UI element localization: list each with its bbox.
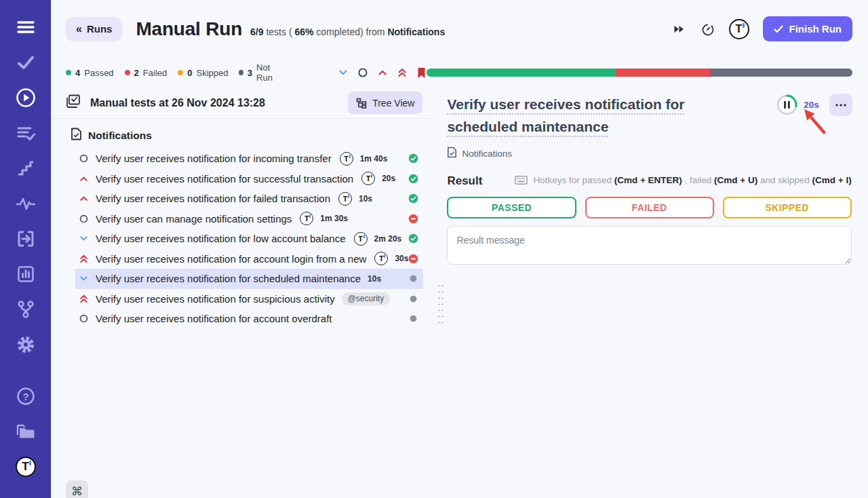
testomat-logo-icon: T bbox=[340, 152, 353, 166]
status-dot-icon bbox=[239, 70, 243, 75]
testomat-logo-icon: T bbox=[338, 192, 352, 206]
count-skipped[interactable]: 0Skipped bbox=[178, 68, 228, 78]
status-failed-icon bbox=[408, 214, 418, 224]
result-counts: 4Passed2Failed0Skipped3Not Run bbox=[66, 62, 282, 83]
test-row[interactable]: Verify user receives notification for ac… bbox=[75, 309, 423, 329]
command-palette-button[interactable]: ⌘ bbox=[66, 480, 88, 498]
page-title: Manual Run bbox=[136, 18, 242, 40]
branch-icon[interactable] bbox=[16, 299, 36, 320]
progress-segment-failed bbox=[616, 69, 711, 77]
test-row[interactable]: Verify user receives notification for ac… bbox=[75, 249, 423, 269]
test-detail-title[interactable]: Verify user receives notification for sc… bbox=[447, 93, 696, 138]
mark-passed-button[interactable]: PASSED bbox=[447, 197, 576, 218]
import-icon[interactable] bbox=[16, 229, 36, 249]
status-dot-icon bbox=[66, 70, 71, 75]
progress-segment-passed bbox=[427, 69, 616, 77]
mark-skipped-button[interactable]: SKIPPED bbox=[723, 197, 852, 218]
timer-icon[interactable] bbox=[699, 21, 715, 37]
tag-badge[interactable]: @security bbox=[342, 292, 391, 305]
status-dot-icon bbox=[125, 70, 130, 75]
tree-view-button[interactable]: Tree View bbox=[348, 92, 422, 114]
test-row[interactable]: Verify user receives notification for su… bbox=[75, 289, 423, 309]
file-icon bbox=[447, 147, 457, 160]
suite-group-header[interactable]: Notifications bbox=[71, 128, 436, 143]
status-notrun-icon bbox=[408, 273, 418, 284]
status-failed-icon bbox=[408, 254, 418, 264]
filter-priority-important-icon[interactable] bbox=[397, 67, 408, 78]
count-failed[interactable]: 2Failed bbox=[125, 68, 167, 78]
test-title: Verify user receives notification for ac… bbox=[96, 253, 366, 265]
test-row[interactable]: Verify user receives notification for in… bbox=[75, 149, 423, 169]
hotkeys-text: Hotkeys for passed (Cmd + ENTER) , faile… bbox=[533, 175, 851, 185]
test-title: Verify user receives notification for su… bbox=[96, 293, 335, 305]
progress-segment-notrun bbox=[710, 69, 852, 77]
duration-label: 1m 40s bbox=[360, 154, 388, 164]
test-list-panel: Manual tests at 26 Nov 2024 13:28 Tree V… bbox=[51, 88, 436, 498]
filter-bookmark-icon[interactable] bbox=[416, 67, 427, 79]
analytics-icon[interactable] bbox=[16, 264, 36, 284]
run-progress-bar bbox=[427, 69, 852, 77]
duration-label: 1m 30s bbox=[320, 214, 348, 223]
run-source-title: Manual tests at 26 Nov 2024 13:28 bbox=[90, 97, 265, 109]
breadcrumb[interactable]: Notifications bbox=[447, 147, 851, 160]
status-passed-icon bbox=[408, 153, 418, 164]
filter-priority-high-icon[interactable] bbox=[377, 67, 388, 78]
check-icon[interactable] bbox=[16, 52, 36, 73]
priority-high-icon bbox=[78, 193, 89, 204]
priority-normal-icon bbox=[78, 313, 89, 324]
app-logo-icon[interactable]: T bbox=[16, 457, 36, 477]
result-message-input[interactable] bbox=[447, 226, 851, 265]
pause-timer-button[interactable] bbox=[776, 94, 797, 115]
run-progress-subtitle: 6/9 tests ( 66% completed) from Notifica… bbox=[250, 26, 445, 37]
checklist-icon bbox=[66, 94, 81, 111]
testomat-logo-icon[interactable]: T bbox=[729, 19, 749, 39]
filter-priority-normal-icon[interactable] bbox=[357, 67, 368, 78]
test-title: Verify user receives notification for su… bbox=[96, 173, 353, 185]
tree-view-label: Tree View bbox=[372, 98, 414, 109]
priority-low-icon bbox=[78, 233, 89, 244]
testomat-logo-icon: T bbox=[354, 232, 368, 246]
test-row[interactable]: Verify user receives notification for fa… bbox=[75, 189, 423, 209]
elapsed-time-label: 20s bbox=[804, 100, 819, 110]
priority-important-icon bbox=[78, 294, 89, 304]
priority-high-icon bbox=[78, 174, 89, 184]
fast-forward-icon[interactable] bbox=[672, 23, 686, 35]
activity-icon[interactable] bbox=[16, 193, 36, 214]
testomat-logo-icon: T bbox=[300, 212, 313, 225]
topbar-actions: T Finish Run bbox=[672, 16, 853, 41]
keyboard-icon bbox=[515, 176, 528, 185]
test-list: Verify user receives notification for in… bbox=[51, 149, 436, 329]
duration-label: 10s bbox=[359, 194, 372, 204]
check-icon bbox=[774, 25, 783, 33]
back-to-runs-button[interactable]: « Runs bbox=[66, 17, 122, 41]
projects-folder-icon[interactable] bbox=[16, 421, 36, 442]
breadcrumb-label: Notifications bbox=[462, 149, 512, 159]
chevrons-left-icon: « bbox=[76, 23, 82, 35]
settings-gear-icon[interactable] bbox=[16, 334, 36, 355]
count-passed[interactable]: 4Passed bbox=[66, 68, 114, 78]
back-to-runs-label: Runs bbox=[87, 23, 113, 35]
test-plans-icon[interactable] bbox=[16, 123, 36, 143]
status-dot-icon bbox=[178, 70, 183, 75]
more-options-button[interactable] bbox=[829, 94, 852, 116]
tree-icon bbox=[356, 98, 367, 109]
priority-normal-icon bbox=[78, 153, 89, 164]
finish-run-button[interactable]: Finish Run bbox=[763, 16, 853, 41]
runs-play-icon[interactable] bbox=[16, 88, 36, 108]
duration-label: 2m 20s bbox=[374, 234, 402, 244]
test-row[interactable]: Verify user receives notification for lo… bbox=[75, 229, 423, 249]
test-title: Verify user receives notification for in… bbox=[96, 153, 332, 164]
filter-priority-low-icon[interactable] bbox=[338, 67, 349, 78]
file-icon bbox=[71, 128, 82, 143]
timer-group: 20s bbox=[776, 94, 852, 116]
steps-icon[interactable] bbox=[16, 158, 36, 178]
testomat-logo-icon: T bbox=[361, 172, 375, 185]
test-row[interactable]: Verify user receives notification for su… bbox=[75, 169, 423, 189]
test-row[interactable]: Verify user receives notification for sc… bbox=[75, 269, 423, 289]
mark-failed-button[interactable]: FAILED bbox=[585, 197, 714, 218]
test-title: Verify user can manage notification sett… bbox=[96, 213, 292, 225]
menu-icon[interactable] bbox=[16, 17, 36, 37]
help-icon[interactable]: ? bbox=[16, 386, 36, 406]
count-not-run[interactable]: 3Not Run bbox=[239, 62, 281, 83]
test-row[interactable]: Verify user can manage notification sett… bbox=[75, 209, 423, 229]
